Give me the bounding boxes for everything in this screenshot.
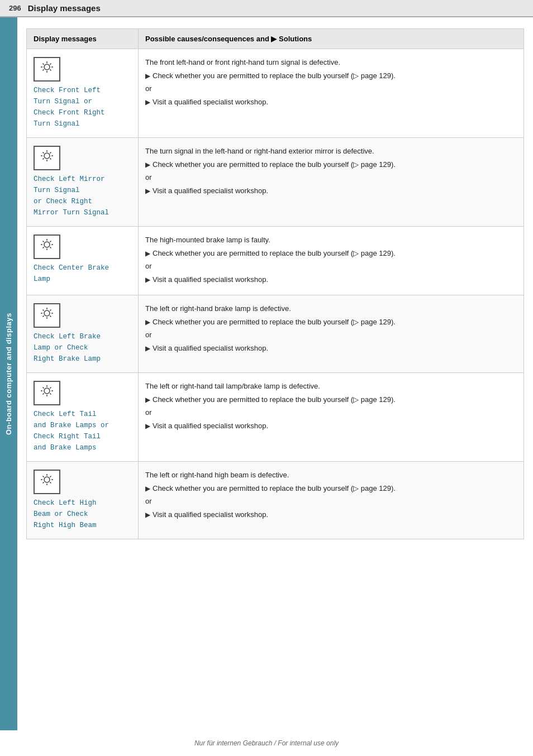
cause-text-1: The turn signal in the left-hand or righ…	[145, 146, 517, 157]
svg-line-18	[43, 158, 44, 159]
svg-point-50	[44, 477, 50, 482]
sol-text-0-2: Visit a qualified specialist workshop.	[153, 97, 268, 108]
svg-line-17	[50, 152, 51, 154]
footer-text: Nur für internen Gebrauch / For internal…	[194, 739, 339, 747]
sol-text-4-0: Check whether you are permitted to repla…	[153, 394, 396, 405]
cause-text-0: The front left-hand or front right-hand …	[145, 57, 517, 68]
sidebar-label: On-board computer and displays	[0, 17, 17, 730]
msg-name-2: Check Center BrakeLamp	[34, 262, 131, 285]
msg-name-5: Check Left HighBeam or CheckRight High B…	[34, 497, 131, 531]
bullet-5-2: ▶Visit a qualified specialist workshop.	[145, 509, 517, 520]
lamp-icon-5	[34, 470, 60, 494]
data-table: Display messages Possible causes/consequ…	[26, 28, 524, 539]
sol-text-4-2: Visit a qualified specialist workshop.	[153, 420, 268, 432]
msg-name-1: Check Left MirrorTurn Signalor Check Rig…	[34, 174, 131, 218]
lamp-icon-2	[34, 235, 60, 259]
sol-text-1-2: Visit a qualified specialist workshop.	[153, 185, 268, 197]
svg-line-56	[50, 482, 51, 483]
lamp-icon-3	[34, 303, 60, 328]
sol-text-3-0: Check whether you are permitted to repla…	[153, 317, 396, 328]
sol-cell-2: The high-mounted brake lamp is faulty.▶C…	[139, 227, 524, 295]
svg-line-6	[50, 69, 51, 70]
or-text-5-1: or	[145, 496, 517, 507]
svg-line-37	[50, 310, 51, 311]
or-text-4-1: or	[145, 407, 517, 418]
msg-name-4: Check Left Tailand Brake Lamps orCheck R…	[34, 409, 131, 453]
svg-line-27	[50, 241, 51, 242]
svg-line-28	[43, 247, 44, 248]
bullet-arrow-4-2: ▶	[145, 421, 150, 431]
content-area: Display messages Possible causes/consequ…	[17, 17, 533, 730]
sol-text-2-0: Check whether you are permitted to repla…	[153, 248, 396, 259]
or-text-0-1: or	[145, 83, 517, 94]
svg-line-8	[43, 69, 44, 70]
lamp-icon-4	[34, 381, 60, 405]
col1-header: Display messages	[27, 29, 139, 49]
bullet-arrow-1-2: ▶	[145, 186, 150, 196]
svg-point-30	[44, 310, 50, 316]
svg-line-35	[43, 310, 44, 311]
svg-point-20	[44, 242, 50, 247]
cause-text-2: The high-mounted brake lamp is faulty.	[145, 235, 517, 246]
bullet-arrow-0-2: ▶	[145, 97, 150, 107]
bullet-2-0: ▶Check whether you are permitted to repl…	[145, 248, 517, 259]
svg-line-58	[43, 482, 44, 483]
svg-line-57	[50, 476, 51, 477]
bullet-1-0: ▶Check whether you are permitted to repl…	[145, 159, 517, 170]
bullet-arrow-5-0: ▶	[145, 484, 150, 494]
svg-line-25	[43, 241, 44, 242]
svg-line-48	[43, 393, 44, 394]
bullet-4-2: ▶Visit a qualified specialist workshop.	[145, 420, 517, 432]
sol-text-1-0: Check whether you are permitted to repla…	[153, 159, 396, 170]
bullet-0-2: ▶Visit a qualified specialist workshop.	[145, 97, 517, 108]
bullet-arrow-1-0: ▶	[145, 160, 150, 170]
bullet-3-0: ▶Check whether you are permitted to repl…	[145, 317, 517, 328]
sol-text-0-0: Check whether you are permitted to repla…	[153, 70, 396, 82]
bullet-arrow-5-2: ▶	[145, 510, 150, 520]
sol-cell-5: The left or right-hand high beam is defe…	[139, 462, 524, 539]
bullet-0-0: ▶Check whether you are permitted to repl…	[145, 70, 517, 82]
svg-line-46	[50, 393, 51, 394]
msg-cell-0: Check Front LeftTurn Signal or Check Fro…	[27, 49, 139, 138]
svg-line-7	[50, 64, 51, 65]
cause-text-4: The left or right-hand tail lamp/brake l…	[145, 381, 517, 392]
svg-line-38	[43, 315, 44, 317]
sol-cell-3: The left or right-hand brake lamp is def…	[139, 295, 524, 373]
msg-name-0: Check Front LeftTurn Signal or Check Fro…	[34, 85, 131, 130]
bullet-4-0: ▶Check whether you are permitted to repl…	[145, 394, 517, 405]
svg-line-16	[50, 158, 51, 159]
lamp-icon-1	[34, 146, 60, 170]
sol-cell-4: The left or right-hand tail lamp/brake l…	[139, 373, 524, 462]
bullet-arrow-3-0: ▶	[145, 317, 150, 327]
sol-text-5-0: Check whether you are permitted to repla…	[153, 483, 396, 494]
sol-text-2-2: Visit a qualified specialist workshop.	[153, 274, 268, 285]
page-wrapper: 296 Display messages On-board computer a…	[0, 0, 533, 756]
msg-cell-3: Check Left BrakeLamp or CheckRight Brake…	[27, 295, 139, 373]
bullet-arrow-3-2: ▶	[145, 343, 150, 353]
msg-cell-4: Check Left Tailand Brake Lamps orCheck R…	[27, 373, 139, 462]
or-text-2-1: or	[145, 261, 517, 272]
sol-text-3-2: Visit a qualified specialist workshop.	[153, 343, 268, 354]
or-text-1-1: or	[145, 172, 517, 183]
or-text-3-1: or	[145, 329, 517, 341]
page-footer: Nur für internen Gebrauch / For internal…	[0, 730, 533, 756]
msg-name-3: Check Left BrakeLamp or CheckRight Brake…	[34, 331, 131, 365]
lamp-icon-0	[34, 57, 60, 82]
main-area: On-board computer and displays Display m…	[0, 17, 533, 730]
page-header: 296 Display messages	[0, 0, 533, 17]
svg-point-40	[44, 388, 50, 394]
sol-cell-1: The turn signal in the left-hand or righ…	[139, 138, 524, 227]
msg-cell-2: Check Center BrakeLamp	[27, 227, 139, 295]
header-title: Display messages	[28, 3, 101, 13]
svg-line-15	[43, 152, 44, 154]
col2-header: Possible causes/consequences and ▶ Solut…	[139, 29, 524, 49]
bullet-1-2: ▶Visit a qualified specialist workshop.	[145, 185, 517, 197]
svg-point-0	[44, 64, 50, 70]
page-number: 296	[9, 4, 21, 12]
bullet-arrow-2-2: ▶	[145, 275, 150, 285]
svg-line-36	[50, 315, 51, 317]
cause-text-3: The left or right-hand brake lamp is def…	[145, 303, 517, 314]
cause-text-5: The left or right-hand high beam is defe…	[145, 470, 517, 481]
bullet-arrow-4-0: ▶	[145, 395, 150, 405]
svg-point-10	[44, 153, 50, 159]
